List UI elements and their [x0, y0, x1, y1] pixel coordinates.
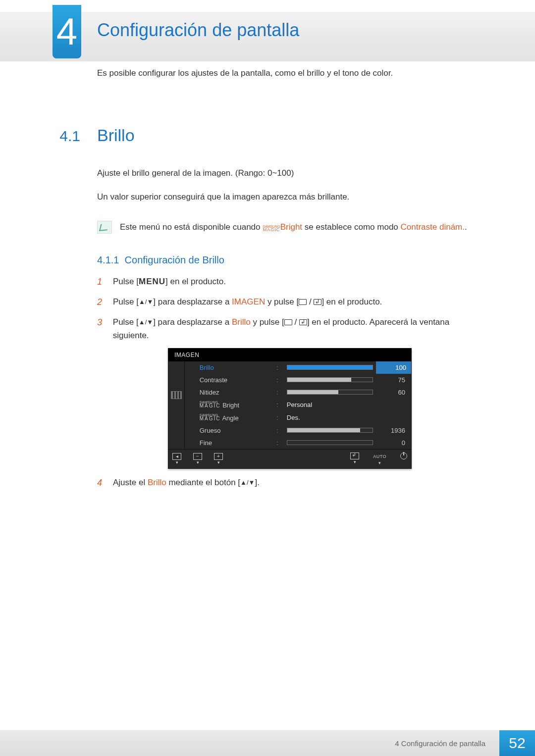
osd-header: IMAGEN: [168, 349, 411, 361]
enter-icon: [299, 319, 307, 325]
chapter-band: 4 Configuración de pantalla: [0, 12, 535, 61]
osd-nav-left: ◂▾: [172, 453, 181, 465]
osd-left-column: [168, 361, 185, 449]
source-icon: [299, 299, 307, 305]
osd-row-fine: Fine: 0: [185, 437, 411, 449]
osd-nav-auto: AUTO▾: [371, 453, 388, 465]
chapter-number-box: 4: [53, 5, 81, 58]
magic-label: SAMSUNGMAGIC: [200, 401, 221, 408]
step-4: 4 Ajuste el Brillo mediante el botón [▲/…: [97, 476, 482, 490]
osd-nav-plus: +▾: [214, 453, 223, 465]
osd-footer: ◂▾ −▾ +▾ ▾ AUTO▾: [168, 449, 411, 468]
chapter-intro: Es posible configurar los ajustes de la …: [97, 68, 482, 78]
section-header: 4.1 Brillo: [53, 126, 482, 145]
picture-tab-icon: [171, 391, 182, 399]
section-number: 4.1: [53, 128, 80, 145]
osd-table: Brillo : 100 Contraste: 75 Nitidez: 60: [185, 361, 411, 449]
up-down-icon: ▲/▼: [139, 297, 153, 307]
note-text: Este menú no está disponible cuando SAMS…: [120, 221, 467, 234]
section-para2: Un valor superior conseguirá que la imag…: [97, 191, 482, 203]
source-icon: [284, 319, 292, 325]
note: Este menú no está disponible cuando SAMS…: [97, 221, 482, 234]
osd-menu: IMAGEN Brillo : 100 Contraste: 75: [168, 348, 412, 469]
osd-row-contraste: Contraste: 75: [185, 374, 411, 386]
magic-label: SAMSUNGMAGIC: [200, 414, 221, 421]
osd-nav-power: [400, 453, 407, 465]
up-down-icon: ▲/▼: [240, 478, 255, 488]
osd-row-magic-bright: SAMSUNGMAGIC Bright : Personal: [185, 399, 411, 411]
power-icon: [400, 453, 407, 459]
section-title: Brillo: [97, 126, 135, 145]
up-down-icon: ▲/▼: [139, 317, 153, 328]
step-2: 2 Pulse [▲/▼] para desplazarse a IMAGEN …: [97, 295, 482, 309]
enter-icon: [314, 299, 321, 305]
step-1: 1 Pulse [MENU] en el producto.: [97, 275, 482, 289]
menu-button-label: MENU: [139, 277, 165, 286]
section-para1: Ajuste el brillo general de la imagen. (…: [97, 167, 482, 180]
osd-row-nitidez: Nitidez: 60: [185, 386, 411, 399]
magic-label: SAMSUNGMAGIC: [263, 225, 280, 232]
step-3: 3 Pulse [▲/▼] para desplazarse a Brillo …: [97, 315, 482, 342]
osd-nav-enter: ▾: [350, 453, 359, 465]
subsection-header: 4.1.1 Configuración de Brillo: [97, 254, 482, 266]
note-icon: [97, 221, 112, 234]
osd-row-magic-angle: SAMSUNGMAGIC Angle : Des.: [185, 411, 411, 424]
osd-row-brillo: Brillo : 100: [185, 361, 411, 374]
osd-nav-minus: −▾: [193, 453, 202, 465]
chapter-title: Configuración de pantalla: [97, 20, 299, 41]
steps-list: 1 Pulse [MENU] en el producto. 2 Pulse […: [97, 275, 482, 342]
chapter-number: 4: [53, 5, 81, 58]
osd-row-grueso: Grueso: 1936: [185, 424, 411, 437]
